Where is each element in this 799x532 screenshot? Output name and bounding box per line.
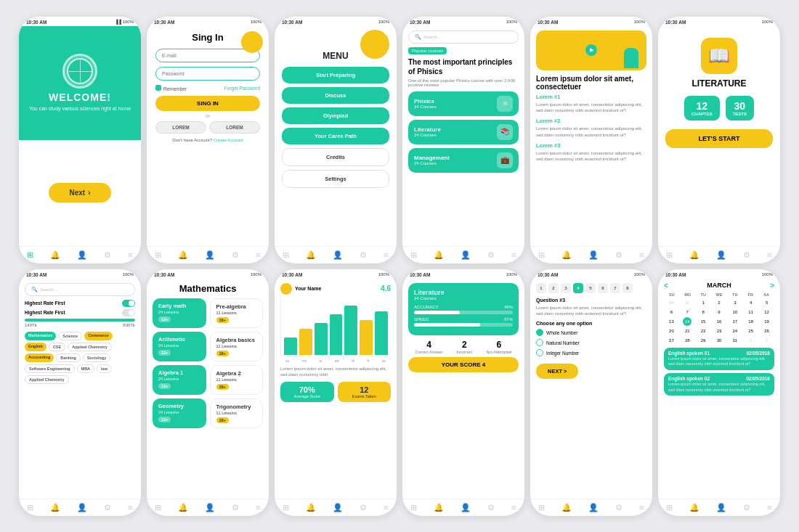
home-nav-6[interactable]: ⊞	[666, 250, 673, 260]
cal-day[interactable]: 24	[731, 327, 739, 335]
q-num-5[interactable]: 5	[585, 283, 596, 293]
lets-start-button[interactable]: LET'S START	[665, 129, 773, 148]
option-2[interactable]: Natural Number	[536, 339, 646, 346]
user-nav-8[interactable]: 👤	[205, 503, 215, 512]
tag-applied-chem-2[interactable]: Applied Chemistry	[25, 375, 69, 384]
tag-sociology[interactable]: Sociology	[83, 353, 110, 362]
q-num-1[interactable]: 1	[536, 283, 546, 293]
cal-day[interactable]: 20	[667, 327, 676, 335]
user-nav-10[interactable]: 👤	[461, 503, 471, 512]
user-nav-4[interactable]: 👤	[461, 250, 471, 260]
gear-nav-12[interactable]: ⚙	[743, 503, 750, 512]
tag-accounting[interactable]: Accounting	[25, 353, 54, 362]
cal-day[interactable]: 11	[747, 308, 755, 316]
cal-day-today[interactable]: 14	[683, 317, 691, 326]
cal-day[interactable]: 10	[731, 308, 739, 316]
toggle-1[interactable]	[122, 300, 135, 307]
home-nav-10[interactable]: ⊞	[410, 503, 417, 512]
event-1[interactable]: English spoken 01 02/05/2018 Lorem ipsum…	[664, 348, 774, 370]
course-card-phisics[interactable]: Phisics 24 Courses ⚛	[408, 91, 519, 116]
q-num-4[interactable]: 4	[573, 283, 583, 293]
cal-day[interactable]: 25	[747, 327, 755, 335]
social-btn-1[interactable]: LOREM	[155, 121, 206, 134]
bell-nav-7[interactable]: 🔔	[50, 503, 60, 512]
q-num-7[interactable]: 7	[610, 283, 620, 293]
cal-day[interactable]: 22	[699, 327, 707, 335]
cal-day[interactable]: 15	[699, 317, 707, 326]
home-nav-5[interactable]: ⊞	[538, 250, 545, 260]
menu-credits[interactable]: Credits	[282, 148, 389, 166]
user-nav-6[interactable]: 👤	[716, 250, 726, 260]
menu-nav-4[interactable]: ≡	[511, 250, 516, 259]
menu-nav-icon-2[interactable]: ≡	[256, 250, 260, 259]
gear-nav-9[interactable]: ⚙	[360, 503, 367, 512]
cal-day[interactable]: 30	[667, 298, 676, 307]
next-month-button[interactable]: >	[770, 282, 774, 290]
menu-nav-9[interactable]: ≡	[384, 503, 388, 512]
gear-nav-7[interactable]: ⚙	[104, 503, 111, 512]
bell-nav-4[interactable]: 🔔	[434, 250, 444, 260]
next-question-button[interactable]: NEXT >	[536, 364, 578, 379]
menu-nav-11[interactable]: ≡	[639, 503, 644, 512]
tag-applied-chem[interactable]: Applied Chemistry	[68, 343, 112, 351]
cal-day[interactable]: 23	[715, 327, 723, 335]
gear-nav-11[interactable]: ⚙	[615, 503, 622, 512]
q-num-2[interactable]: 2	[548, 283, 559, 293]
menu-nav-3[interactable]: ≡	[384, 250, 388, 259]
tag-english[interactable]: English	[25, 343, 46, 351]
tag-banking[interactable]: Banking	[56, 353, 81, 362]
search-bar[interactable]: 🔍 Search...	[408, 30, 519, 44]
gear-nav-10[interactable]: ⚙	[487, 503, 495, 512]
home-nav-icon[interactable]: ⊞	[27, 250, 33, 260]
range-bar[interactable]	[25, 319, 135, 322]
cal-day[interactable]: 18	[747, 317, 755, 326]
cal-day[interactable]: 6	[667, 308, 676, 316]
gear-nav-3[interactable]: ⚙	[360, 250, 367, 260]
home-nav-8[interactable]: ⊞	[155, 503, 161, 512]
tag-law[interactable]: law	[97, 364, 112, 373]
cal-day[interactable]: 12	[763, 308, 771, 316]
home-nav-3[interactable]: ⊞	[283, 250, 289, 260]
bell-nav-6[interactable]: 🔔	[689, 250, 699, 260]
tag-cse[interactable]: CSE	[49, 343, 65, 351]
menu-nav-icon[interactable]: ≡	[128, 250, 132, 259]
math-card-arithmetic[interactable]: Arithmetic 24 Lessons 12+	[153, 332, 206, 361]
cal-day[interactable]: 30	[715, 336, 723, 345]
menu-discuss[interactable]: Discuss	[282, 87, 389, 104]
bell-nav-3[interactable]: 🔔	[306, 250, 316, 260]
cal-day[interactable]: 19	[763, 317, 771, 326]
bell-nav-icon-2[interactable]: 🔔	[178, 250, 188, 260]
toggle-2[interactable]	[122, 309, 135, 316]
gear-nav-6[interactable]: ⚙	[743, 250, 750, 260]
forget-password-link[interactable]: Forget Password	[224, 86, 260, 91]
menu-nav-12[interactable]: ≡	[767, 503, 771, 512]
course-card-mgmt[interactable]: Management 24 Courses 💼	[408, 148, 519, 173]
cal-day[interactable]: 16	[715, 317, 723, 326]
cal-day[interactable]: 7	[683, 308, 691, 316]
cal-day[interactable]: 8	[699, 308, 707, 316]
user-nav-12[interactable]: 👤	[716, 503, 726, 512]
tag-mathematics[interactable]: Mathematics	[25, 332, 56, 340]
home-nav-icon-2[interactable]: ⊞	[155, 250, 161, 260]
course-card-literature[interactable]: Literature 24 Courses 📚	[408, 120, 519, 144]
q-num-6[interactable]: 6	[598, 283, 608, 293]
menu-nav-6[interactable]: ≡	[767, 250, 771, 259]
menu-settings[interactable]: Settings	[282, 170, 389, 188]
cal-day[interactable]: 2	[715, 298, 723, 307]
tag-mba[interactable]: MBA	[77, 364, 95, 373]
bell-nav-5[interactable]: 🔔	[561, 250, 572, 260]
gear-nav-8[interactable]: ⚙	[232, 503, 239, 512]
play-button[interactable]	[585, 44, 597, 56]
menu-nav-5[interactable]: ≡	[639, 250, 644, 259]
menu-career-path[interactable]: Your Caree Path	[282, 128, 389, 144]
cal-day[interactable]: 28	[683, 336, 691, 345]
home-nav-12[interactable]: ⊞	[666, 503, 673, 512]
user-nav-11[interactable]: 👤	[588, 503, 599, 512]
menu-nav-10[interactable]: ≡	[511, 503, 516, 512]
cal-day[interactable]: 2	[763, 336, 771, 345]
home-nav-4[interactable]: ⊞	[410, 250, 417, 260]
math-card-prealgebra[interactable]: Pre-algebra 11 Lessons 18+	[210, 298, 264, 328]
math-card-trig[interactable]: Trigonometry 11 Lessons 18+	[210, 398, 264, 428]
user-nav-icon-2[interactable]: 👤	[205, 250, 215, 260]
password-input[interactable]	[155, 67, 260, 81]
